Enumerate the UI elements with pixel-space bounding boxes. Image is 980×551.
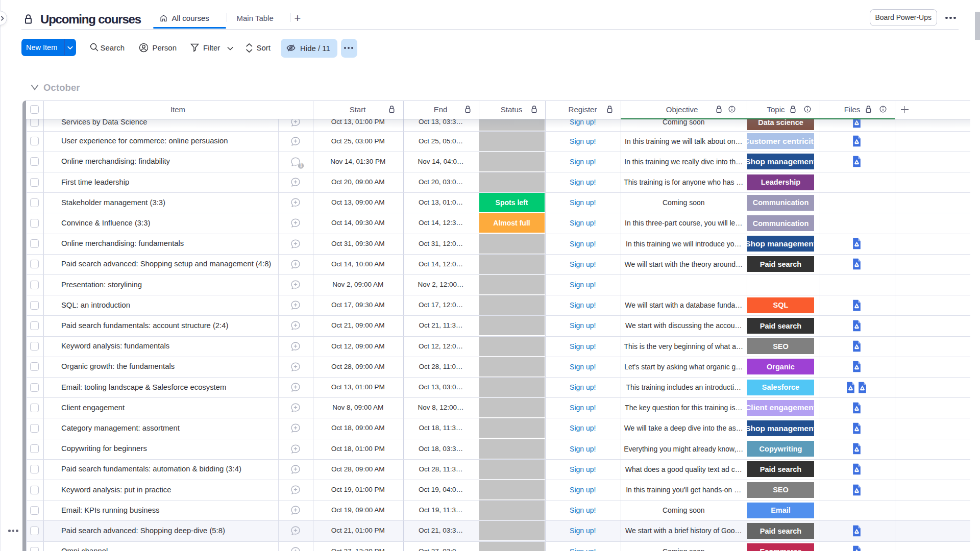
svg-text:1: 1: [299, 163, 302, 168]
